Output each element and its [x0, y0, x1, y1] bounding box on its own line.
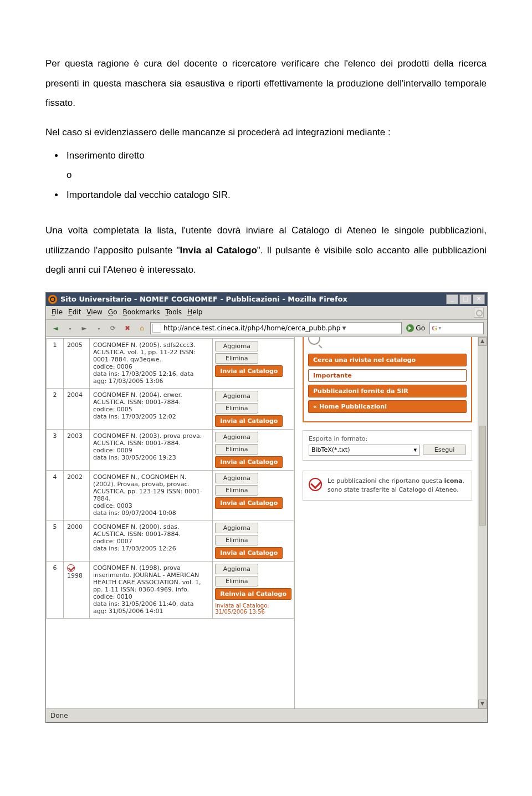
stop-button[interactable]: ✖	[121, 322, 134, 334]
scroll-down-icon[interactable]: ▼	[478, 700, 487, 708]
row-number: 6	[47, 561, 64, 618]
row-description: COGNOMEF N., COGNOMEH N. (2002). Provaa,…	[90, 470, 213, 520]
search-engine-box[interactable]: G▾	[429, 322, 484, 334]
firefox-icon	[48, 295, 57, 304]
row-actions: AggiornaEliminaInvia al Catalogo	[213, 429, 294, 470]
google-g-icon: G	[432, 324, 437, 333]
row-description: COGNOMEF N. (2005). sdfs2ccc3. ACUSTICA.…	[90, 338, 213, 388]
row-number: 1	[47, 338, 64, 388]
link-pubblicazioni-sir[interactable]: Pubblicazioni fornite da SIR	[308, 385, 467, 397]
row-description: COGNOMEF N. (2004). erwer. ACUSTICA. ISS…	[90, 388, 213, 429]
home-button[interactable]: ⌂	[136, 322, 148, 334]
status-bar: Done	[46, 708, 487, 722]
menu-go[interactable]: Go	[106, 308, 120, 318]
row-actions: AggiornaEliminaInvia al Catalogo	[213, 470, 294, 520]
magnifier-icon	[308, 337, 320, 345]
scroll-thumb[interactable]	[479, 426, 486, 525]
row-number: 4	[47, 470, 64, 520]
forward-dropdown[interactable]	[93, 322, 105, 334]
link-home-pubblicazioni[interactable]: « Home Pubblicazioni	[308, 400, 467, 413]
menu-view[interactable]: View	[84, 308, 104, 318]
reinvia-catalogo-button[interactable]: Reinvia al Catalogo	[215, 588, 291, 600]
row-number: 2	[47, 388, 64, 429]
row-number: 3	[47, 429, 64, 470]
go-label: Go	[416, 324, 425, 332]
export-select-value: BibTeX(*.txt)	[311, 445, 350, 455]
back-dropdown[interactable]	[64, 322, 76, 334]
elimina-button[interactable]: Elimina	[215, 353, 258, 364]
window-title: Sito Universitario - NOMEF COGNOMEF - Pu…	[60, 295, 446, 303]
transferred-check-icon	[67, 564, 75, 572]
invia-catalogo-button[interactable]: Invia al Catalogo	[215, 365, 283, 377]
reload-button[interactable]: ⟳	[107, 322, 119, 334]
status-text: Done	[50, 712, 68, 720]
list-item-inserimento: Inserimento diretto	[64, 146, 487, 166]
menu-file[interactable]: File	[49, 308, 65, 318]
window-close-button[interactable]: ×	[473, 294, 485, 304]
aggiorna-button[interactable]: Aggiorna	[215, 473, 258, 483]
aggiorna-button[interactable]: Aggiorna	[215, 432, 258, 442]
table-row: 22004COGNOMEF N. (2004). erwer. ACUSTICA…	[47, 388, 294, 429]
window-minimize-button[interactable]: _	[446, 294, 458, 304]
paragraph-invia: Una volta completata la lista, l'utente …	[45, 221, 487, 280]
table-row: 42002COGNOMEF N., COGNOMEH N. (2002). Pr…	[47, 470, 294, 520]
export-execute-button[interactable]: Esegui	[423, 445, 466, 455]
address-bar[interactable]: http://ance.test.cineca.it/php4/home/cer…	[150, 322, 402, 334]
list-item-o: o	[64, 165, 487, 185]
info-bold: icona	[444, 477, 462, 484]
aggiorna-button[interactable]: Aggiorna	[215, 564, 258, 574]
invia-catalogo-button[interactable]: Invia al Catalogo	[215, 456, 283, 468]
link-importante[interactable]: Importante	[308, 369, 467, 382]
aggiorna-button[interactable]: Aggiorna	[215, 523, 258, 533]
browser-window: Sito Universitario - NOMEF COGNOMEF - Pu…	[45, 292, 488, 723]
export-format-select[interactable]: BibTeX(*.txt)▾	[309, 445, 420, 456]
navigation-toolbar: ◄ ► ⟳ ✖ ⌂ http://ance.test.cineca.it/php…	[46, 320, 487, 337]
page-viewport: 12005COGNOMEF N. (2005). sdfs2ccc3. ACUS…	[46, 337, 487, 708]
aggiorna-button[interactable]: Aggiorna	[215, 391, 258, 401]
link-cerca-rivista[interactable]: Cerca una rivista nel catalogo	[308, 354, 467, 366]
table-row: 32003COGNOMEF N. (2003). prova prova. AC…	[47, 429, 294, 470]
row-actions: AggiornaEliminaReinvia al CatalogoInviat…	[213, 561, 294, 618]
url-text: http://ance.test.cineca.it/php4/home/cer…	[163, 324, 340, 332]
row-year: 2000	[64, 520, 90, 561]
scroll-up-icon[interactable]: ▲	[478, 337, 487, 346]
row-description: COGNOMEF N. (2003). prova prova. ACUSTIC…	[90, 429, 213, 470]
back-button[interactable]: ◄	[49, 322, 62, 334]
aggiorna-button[interactable]: Aggiorna	[215, 341, 258, 351]
invia-catalogo-button[interactable]: Invia al Catalogo	[215, 415, 283, 427]
row-number: 5	[47, 520, 64, 561]
menu-bookmarks[interactable]: Bookmarks	[120, 308, 162, 318]
info-panel: Le pubblicazioni che riportano questa ic…	[303, 471, 472, 501]
transferred-checkmark-icon	[309, 477, 322, 490]
row-year: 2002	[64, 470, 90, 520]
elimina-button[interactable]: Elimina	[215, 403, 258, 414]
menu-edit[interactable]: Edit	[66, 308, 83, 318]
elimina-button[interactable]: Elimina	[215, 485, 258, 496]
row-actions: AggiornaEliminaInvia al Catalogo	[213, 520, 294, 561]
row-year: 2003	[64, 429, 90, 470]
row-year: 2004	[64, 388, 90, 429]
sent-note: Inviata al Catalogo:31/05/2006 13:56	[215, 603, 269, 615]
window-maximize-button[interactable]: □	[459, 294, 472, 304]
info-text: Le pubblicazioni che riportano questa ic…	[328, 477, 466, 494]
invia-catalogo-button[interactable]: Invia al Catalogo	[215, 547, 283, 559]
export-panel: Esporta in formato: BibTeX(*.txt)▾ Esegu…	[303, 430, 472, 461]
vertical-scrollbar[interactable]: ▲ ▼	[478, 337, 487, 708]
row-description: COGNOMEF N. (1998). prova inserimento. J…	[90, 561, 213, 618]
elimina-button[interactable]: Elimina	[215, 535, 258, 545]
url-dropdown-icon[interactable]: ▼	[342, 325, 346, 331]
forward-button[interactable]: ►	[78, 322, 90, 334]
row-actions: AggiornaEliminaInvia al Catalogo	[213, 388, 294, 429]
table-row: 52000COGNOMEF N. (2000). sdas. ACUSTICA.…	[47, 520, 294, 561]
invia-catalogo-button[interactable]: Invia al Catalogo	[215, 497, 283, 509]
row-year: 2005	[64, 338, 90, 388]
export-label: Esporta in formato:	[309, 435, 466, 442]
elimina-button[interactable]: Elimina	[215, 576, 258, 586]
elimina-button[interactable]: Elimina	[215, 444, 258, 455]
menu-help[interactable]: Help	[185, 308, 204, 318]
menu-tools[interactable]: Tools	[163, 308, 185, 318]
go-button[interactable]: Go	[404, 324, 427, 332]
publications-table: 12005COGNOMEF N. (2005). sdfs2ccc3. ACUS…	[46, 338, 294, 619]
window-titlebar: Sito Universitario - NOMEF COGNOMEF - Pu…	[46, 293, 487, 306]
row-year: 1998	[64, 561, 90, 618]
